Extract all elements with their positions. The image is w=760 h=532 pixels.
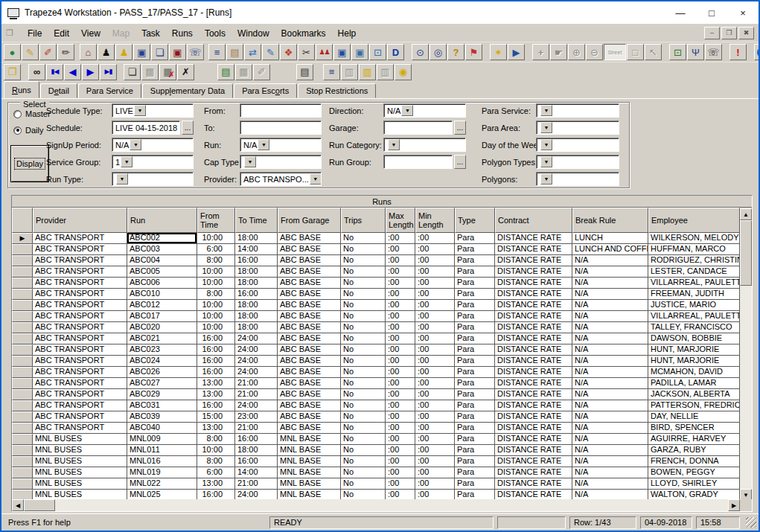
cap-type-dropdown-icon[interactable]: ▼ xyxy=(244,156,256,167)
row-selector[interactable] xyxy=(12,389,33,400)
table-row[interactable]: ABC TRANSPORTABC02913:0021:00ABC BASENo:… xyxy=(12,389,740,400)
cell-contract[interactable]: DISTANCE RATE xyxy=(495,478,572,490)
exit-icon[interactable]: ❐ xyxy=(4,64,21,80)
cell-to-time[interactable]: 21:00 xyxy=(235,378,278,389)
run-category-input[interactable]: ▼ xyxy=(383,138,466,152)
cell-contract[interactable]: DISTANCE RATE xyxy=(495,333,572,344)
cell-from-garage[interactable]: ABC BASE xyxy=(278,333,341,344)
cell-run[interactable]: MNL009 xyxy=(127,434,197,445)
cell-run[interactable]: ABC026 xyxy=(127,367,197,378)
cell-break-rule[interactable]: N/A xyxy=(572,411,648,423)
cell-from-garage[interactable]: ABC BASE xyxy=(278,255,341,266)
cell-from-garage[interactable]: MNL BASE xyxy=(278,456,341,467)
run-checklist-icon[interactable]: ≡ xyxy=(323,64,340,80)
service-group-input[interactable]: 1▼ xyxy=(112,155,194,169)
table-row[interactable]: ABC TRANSPORTABC02616:0024:00ABC BASENo:… xyxy=(12,367,740,378)
cell-from-garage[interactable]: MNL BASE xyxy=(278,434,341,445)
cell-from-garage[interactable]: ABC BASE xyxy=(278,289,341,300)
row-selector[interactable] xyxy=(12,344,33,356)
cell-max-length[interactable]: :00 xyxy=(386,478,415,490)
cell-from-time[interactable]: 16:00 xyxy=(197,367,235,378)
cell-provider[interactable]: ABC TRANSPORT xyxy=(33,244,127,255)
cell-break-rule[interactable]: N/A xyxy=(572,266,648,278)
cell-from-garage[interactable]: ABC BASE xyxy=(278,322,341,333)
col-header-trips[interactable]: Trips xyxy=(341,208,386,233)
cell-from-garage[interactable]: ABC BASE xyxy=(278,411,341,423)
cell-contract[interactable]: DISTANCE RATE xyxy=(495,344,572,356)
cell-min-length[interactable]: :00 xyxy=(415,278,455,289)
cell-max-length[interactable]: :00 xyxy=(386,378,415,389)
cell-from-time[interactable]: 10:00 xyxy=(197,445,235,456)
cell-from-time[interactable]: 10:00 xyxy=(197,300,235,311)
cell-min-length[interactable]: :00 xyxy=(415,300,455,311)
col-header-provider[interactable]: Provider xyxy=(33,208,127,233)
cell-provider[interactable]: ABC TRANSPORT xyxy=(33,255,127,266)
cell-break-rule[interactable]: N/A xyxy=(572,423,648,434)
route-path-icon[interactable]: ⇄ xyxy=(244,44,261,60)
cell-run[interactable]: ABC003 xyxy=(127,244,197,255)
cell-from-garage[interactable]: ABC BASE xyxy=(278,233,341,244)
schedule-browse-button[interactable]: ... xyxy=(182,121,194,135)
cell-min-length[interactable]: :00 xyxy=(415,434,455,445)
cell-max-length[interactable]: :00 xyxy=(386,356,415,367)
clear-icon[interactable]: ✗ xyxy=(177,64,194,80)
run-group-browse-button[interactable]: ... xyxy=(454,155,466,169)
cell-from-time[interactable]: 8:00 xyxy=(197,255,235,266)
map-globe-icon[interactable]: ● xyxy=(4,44,21,60)
cell-to-time[interactable]: 24:00 xyxy=(235,356,278,367)
cell-break-rule[interactable]: N/A xyxy=(572,445,648,456)
garage-input[interactable] xyxy=(383,121,453,135)
cell-break-rule[interactable]: N/A xyxy=(572,478,648,490)
provider-input[interactable]: ABC TRANSPO...▼ xyxy=(240,172,322,186)
cell-max-length[interactable]: :00 xyxy=(386,389,415,400)
resize-grip[interactable] xyxy=(746,517,756,528)
cell-trips[interactable]: No xyxy=(341,244,386,255)
radio-master[interactable]: Master xyxy=(13,109,51,118)
driver-yellow-hat-icon[interactable]: ♟ xyxy=(115,44,132,60)
cell-run[interactable]: ABC006 xyxy=(127,278,197,289)
cell-employee[interactable]: AGUIRRE, HARVEY xyxy=(648,434,740,445)
cell-trips[interactable]: No xyxy=(341,356,386,367)
col-header-type[interactable]: Type xyxy=(455,208,495,233)
globe-edit-icon[interactable]: ✎ xyxy=(22,44,39,60)
scroll-left-icon[interactable]: ◀ xyxy=(12,499,24,511)
cell-provider[interactable]: ABC TRANSPORT xyxy=(33,344,127,356)
cell-contract[interactable]: DISTANCE RATE xyxy=(495,311,572,322)
cell-break-rule[interactable]: N/A xyxy=(572,434,648,445)
provider-dropdown-icon[interactable]: ▼ xyxy=(310,173,322,185)
cell-run[interactable]: ABC040 xyxy=(127,423,197,434)
table-row[interactable]: MNL BUSESMNL01110:0018:00MNL BASENo:00:0… xyxy=(12,445,740,456)
street-button[interactable]: Street xyxy=(604,44,626,60)
cell-employee[interactable]: WILKERSON, MELODY xyxy=(648,233,740,244)
menu-window[interactable]: Window xyxy=(231,26,275,41)
scroll-right-icon[interactable]: ▶ xyxy=(728,499,740,511)
cell-to-time[interactable]: 18:00 xyxy=(235,233,278,244)
cell-contract[interactable]: DISTANCE RATE xyxy=(495,278,572,289)
cell-contract[interactable]: DISTANCE RATE xyxy=(495,389,572,400)
cell-employee[interactable]: HUFFMAN, MARCO xyxy=(648,244,740,255)
cell-contract[interactable]: DISTANCE RATE xyxy=(495,300,572,311)
cell-min-length[interactable]: :00 xyxy=(415,445,455,456)
truck-copy-icon[interactable]: ▥ xyxy=(341,64,358,80)
cell-type[interactable]: Para xyxy=(455,411,495,423)
horizontal-scrollbar[interactable]: ◀ ▶ xyxy=(12,499,740,511)
table-row[interactable]: MNL BUSESMNL0098:0016:00MNL BASENo:00:00… xyxy=(12,434,740,445)
row-selector[interactable] xyxy=(12,445,33,456)
cell-trips[interactable]: No xyxy=(341,278,386,289)
cell-max-length[interactable]: :00 xyxy=(386,322,415,333)
driver-black-hat-icon[interactable]: ♟ xyxy=(98,44,115,60)
cell-from-time[interactable]: 10:00 xyxy=(197,233,235,244)
cell-type[interactable]: Para xyxy=(455,445,495,456)
schedule-type-input[interactable]: LIVE▼ xyxy=(112,103,194,118)
mdi-close-button[interactable]: ✖ xyxy=(738,27,754,39)
cell-trips[interactable]: No xyxy=(341,300,386,311)
cell-provider[interactable]: MNL BUSES xyxy=(33,467,127,478)
cell-from-garage[interactable]: ABC BASE xyxy=(278,356,341,367)
garage-browse-button[interactable]: ... xyxy=(454,121,466,135)
cell-provider[interactable]: ABC TRANSPORT xyxy=(33,423,127,434)
cell-run[interactable]: ABC027 xyxy=(127,378,197,389)
cell-from-time[interactable]: 13:00 xyxy=(197,478,235,490)
run-input[interactable]: N/A▼ xyxy=(240,138,322,152)
cell-contract[interactable]: DISTANCE RATE xyxy=(495,367,572,378)
table-row[interactable]: ABC TRANSPORTABC0048:0016:00ABC BASENo:0… xyxy=(12,255,740,266)
